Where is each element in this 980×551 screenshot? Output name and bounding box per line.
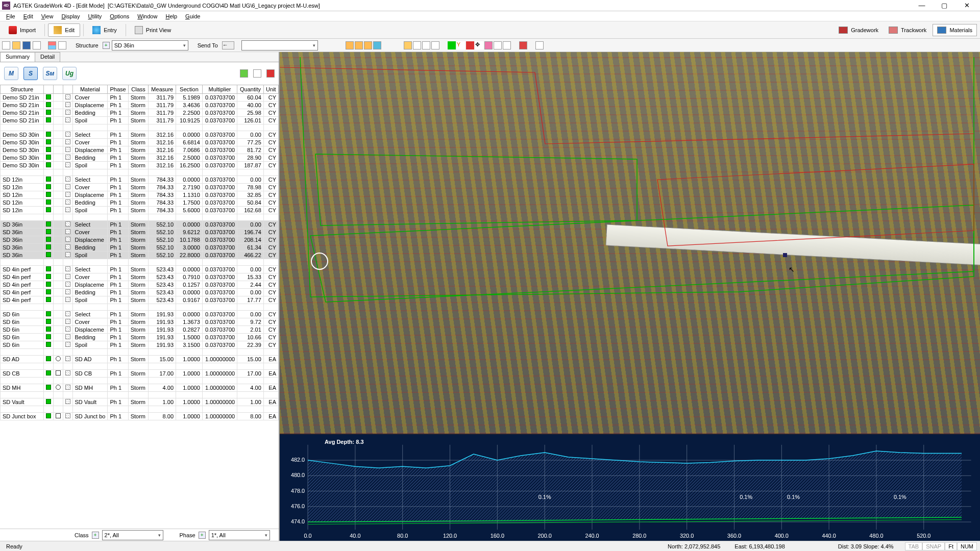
maximize-button[interactable]: ▢ <box>933 0 955 11</box>
tool-b-icon[interactable] <box>355 41 363 49</box>
save-icon[interactable] <box>22 41 31 49</box>
table-row[interactable]: Demo SD 30inCoverPh 1Storm312.166.68140.… <box>1 139 279 146</box>
table-row[interactable]: SD 36inBeddingPh 1Storm552.103.00000.037… <box>1 244 279 252</box>
table-row[interactable]: SD 36inSpoilPh 1Storm552.1022.80000.0370… <box>1 252 279 259</box>
print2-icon[interactable] <box>519 41 527 49</box>
zoom-icon[interactable] <box>422 41 430 49</box>
table-row[interactable]: SD 36inCoverPh 1Storm552.109.62120.03703… <box>1 229 279 236</box>
structure-add-button[interactable]: + <box>103 42 110 49</box>
new-icon[interactable] <box>2 41 10 49</box>
edit-button[interactable]: Edit <box>48 23 80 37</box>
move-icon[interactable]: ✥ <box>475 41 483 49</box>
y-tool-icon[interactable]: Y <box>457 41 465 49</box>
open-icon[interactable] <box>12 41 20 49</box>
table-row[interactable]: Demo SD 30inSpoilPh 1Storm312.1616.25000… <box>1 162 279 169</box>
materials-mode[interactable]: Materials <box>933 24 977 36</box>
table-row[interactable]: SD 6inCoverPh 1Storm191.931.36730.037037… <box>1 318 279 326</box>
col-Quantity[interactable]: Quantity <box>237 85 264 94</box>
table-row[interactable]: Demo SD 30inSelectPh 1Storm312.160.00000… <box>1 131 279 139</box>
print-view-button[interactable]: Print View <box>129 23 177 37</box>
pt-ug[interactable]: Ug <box>62 67 77 80</box>
col-Material[interactable]: Material <box>72 85 108 94</box>
grid1-icon[interactable] <box>48 41 56 49</box>
col-blank3[interactable] <box>63 85 72 94</box>
pt-s[interactable]: S <box>23 67 38 80</box>
menu-guide[interactable]: Guide <box>181 12 204 20</box>
star-icon[interactable] <box>413 41 421 49</box>
table-row[interactable]: SD 36inSelectPh 1Storm552.100.00000.0370… <box>1 221 279 229</box>
col-Phase[interactable]: Phase <box>108 85 128 94</box>
sheet-icon[interactable] <box>503 41 511 49</box>
grid2-icon[interactable] <box>58 41 66 49</box>
table-row[interactable]: Demo SD 21inSpoilPh 1Storm311.7910.91250… <box>1 117 279 124</box>
table-row[interactable]: SD 36inDisplacemePh 1Storm552.1010.17880… <box>1 236 279 244</box>
class-add-button[interactable]: + <box>92 532 99 539</box>
entry-button[interactable]: Entry <box>87 23 122 37</box>
col-Measure[interactable]: Measure <box>149 85 176 94</box>
export-icon[interactable] <box>240 69 248 78</box>
pt-m[interactable]: M <box>4 67 18 80</box>
col-Structure[interactable]: Structure <box>1 85 44 94</box>
table-row[interactable]: SD CBSD CBPh 1Storm17.001.00001.00000000… <box>1 370 279 378</box>
menu-window[interactable]: Window <box>133 12 161 20</box>
col-Class[interactable]: Class <box>128 85 149 94</box>
table-row[interactable]: SD 12inBeddingPh 1Storm784.331.75000.037… <box>1 199 279 207</box>
pink-tool-icon[interactable] <box>484 41 493 49</box>
table-row[interactable]: SD 12inSelectPh 1Storm784.330.00000.0370… <box>1 176 279 184</box>
tool-c-icon[interactable] <box>364 41 372 49</box>
phase-add-button[interactable]: + <box>199 532 206 539</box>
red-tool-icon[interactable] <box>466 41 474 49</box>
print-icon[interactable] <box>33 41 41 49</box>
table-row[interactable]: Demo SD 21inBeddingPh 1Storm311.792.2500… <box>1 109 279 117</box>
gradework-mode[interactable]: Gradework <box>835 24 883 36</box>
menu-file[interactable]: File <box>2 12 19 20</box>
col-blank1[interactable] <box>43 85 53 94</box>
class-combo[interactable]: 2*, All <box>102 530 163 540</box>
menu-edit[interactable]: Edit <box>19 12 37 20</box>
minimize-button[interactable]: — <box>911 0 933 11</box>
trackwork-mode[interactable]: Trackwork <box>885 24 930 36</box>
import-button[interactable]: Import <box>3 23 41 37</box>
table-row[interactable]: SD 4in perfDisplacemePh 1Storm523.430.12… <box>1 281 279 289</box>
structure-combo[interactable]: SD 36in <box>112 40 188 51</box>
red-icon[interactable] <box>266 69 275 78</box>
table-row[interactable]: SD 6inDisplacemePh 1Storm191.930.28270.0… <box>1 326 279 334</box>
close-button[interactable]: ✕ <box>955 0 978 11</box>
col-Multiplier[interactable]: Multiplier <box>202 85 237 94</box>
table-row[interactable]: SD 4in perfSpoilPh 1Storm523.430.91670.0… <box>1 296 279 304</box>
table-row[interactable]: SD 6inSelectPh 1Storm191.930.00000.03703… <box>1 311 279 318</box>
table-row[interactable]: SD 12inCoverPh 1Storm784.332.71900.03703… <box>1 184 279 191</box>
green-tool-icon[interactable] <box>448 41 456 49</box>
doc-icon[interactable] <box>535 41 544 49</box>
menu-options[interactable]: Options <box>106 12 133 20</box>
sendto-button[interactable]: ← <box>222 41 234 49</box>
menu-help[interactable]: Help <box>161 12 181 20</box>
tool-d-icon[interactable] <box>373 41 381 49</box>
tab-summary[interactable]: Summary <box>0 52 35 62</box>
col-Section[interactable]: Section <box>176 85 203 94</box>
table-row[interactable]: SD ADSD ADPh 1Storm15.001.00001.00000000… <box>1 356 279 363</box>
table-row[interactable]: SD 4in perfBeddingPh 1Storm523.430.00000… <box>1 289 279 296</box>
table-row[interactable]: SD Junct boxSD Junct boPh 1Storm8.001.00… <box>1 413 279 420</box>
table-row[interactable]: SD 12inSpoilPh 1Storm784.335.60000.03703… <box>1 207 279 214</box>
menu-display[interactable]: Display <box>57 12 84 20</box>
table-row[interactable]: SD 4in perfSelectPh 1Storm523.430.00000.… <box>1 266 279 273</box>
col-Unit[interactable]: Unit <box>263 85 278 94</box>
map-view[interactable]: ↖ <box>280 52 980 434</box>
tab-detail[interactable]: Detail <box>35 52 60 62</box>
table-row[interactable]: SD 6inSpoilPh 1Storm191.933.15000.037037… <box>1 341 279 349</box>
table-row[interactable]: SD 6inBeddingPh 1Storm191.931.50000.0370… <box>1 334 279 341</box>
table-row[interactable]: Demo SD 21inDisplacemePh 1Storm311.793.4… <box>1 102 279 109</box>
table-row[interactable]: SD 12inDisplacemePh 1Storm784.331.13100.… <box>1 191 279 199</box>
extents-icon[interactable] <box>431 41 439 49</box>
data-grid[interactable]: StructureMaterialPhaseClassMeasureSectio… <box>0 85 279 529</box>
phase-combo[interactable]: 1*, All <box>209 530 270 540</box>
profile-chart[interactable]: Avg Depth: 8.3 0.040.080.0120.0160.0200.… <box>280 434 980 541</box>
sendto-combo[interactable] <box>241 40 318 51</box>
table-row[interactable]: Demo SD 30inDisplacemePh 1Storm312.167.0… <box>1 146 279 154</box>
menu-view[interactable]: View <box>37 12 58 20</box>
table-row[interactable]: Demo SD 21inCoverPh 1Storm311.795.19890.… <box>1 94 279 102</box>
menu-utility[interactable]: Utility <box>84 12 106 20</box>
table-row[interactable]: Demo SD 30inBeddingPh 1Storm312.162.5000… <box>1 154 279 162</box>
table-row[interactable]: SD 4in perfCoverPh 1Storm523.430.79100.0… <box>1 273 279 281</box>
